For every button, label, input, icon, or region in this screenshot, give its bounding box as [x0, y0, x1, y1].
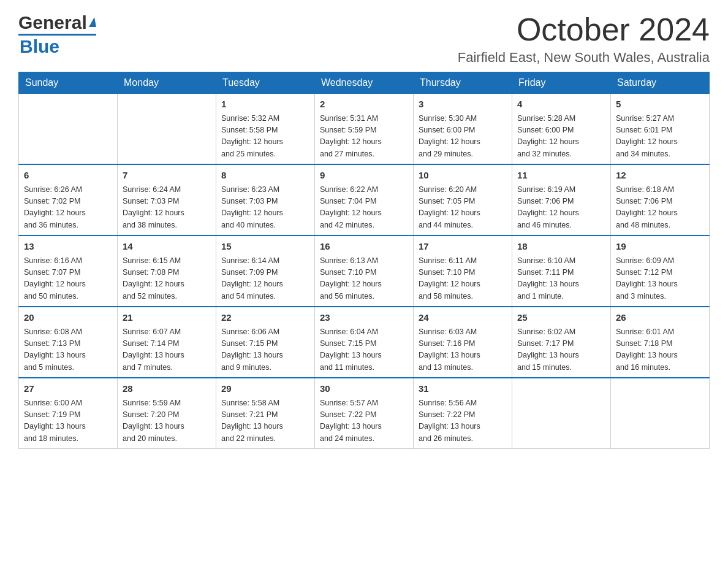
day-info: Sunrise: 6:04 AM Sunset: 7:15 PM Dayligh… [320, 326, 408, 374]
day-number: 27 [24, 382, 112, 396]
calendar-cell: 18Sunrise: 6:10 AM Sunset: 7:11 PM Dayli… [512, 236, 611, 307]
day-number: 30 [320, 382, 408, 396]
calendar-cell: 4Sunrise: 5:28 AM Sunset: 6:00 PM Daylig… [512, 94, 611, 165]
day-number: 3 [419, 98, 507, 112]
col-header-wednesday: Wednesday [315, 72, 414, 94]
day-number: 13 [24, 240, 112, 254]
week-row-4: 20Sunrise: 6:08 AM Sunset: 7:13 PM Dayli… [19, 307, 710, 378]
day-info: Sunrise: 6:11 AM Sunset: 7:10 PM Dayligh… [419, 255, 507, 303]
calendar-cell: 16Sunrise: 6:13 AM Sunset: 7:10 PM Dayli… [315, 236, 414, 307]
day-info: Sunrise: 6:24 AM Sunset: 7:03 PM Dayligh… [123, 184, 211, 232]
calendar-cell: 2Sunrise: 5:31 AM Sunset: 5:59 PM Daylig… [315, 94, 414, 165]
day-info: Sunrise: 6:00 AM Sunset: 7:19 PM Dayligh… [24, 397, 112, 445]
calendar-cell: 21Sunrise: 6:07 AM Sunset: 7:14 PM Dayli… [118, 307, 216, 378]
day-info: Sunrise: 5:58 AM Sunset: 7:21 PM Dayligh… [221, 397, 309, 445]
calendar-header-row: SundayMondayTuesdayWednesdayThursdayFrid… [19, 72, 710, 94]
day-number: 1 [221, 98, 309, 112]
day-number: 26 [616, 311, 704, 325]
calendar-cell: 8Sunrise: 6:23 AM Sunset: 7:03 PM Daylig… [216, 164, 315, 236]
calendar-cell: 30Sunrise: 5:57 AM Sunset: 7:22 PM Dayli… [315, 378, 414, 449]
day-number: 9 [320, 169, 408, 183]
day-number: 4 [517, 98, 605, 112]
col-header-monday: Monday [118, 72, 216, 94]
location-title: Fairfield East, New South Wales, Austral… [458, 50, 710, 66]
day-info: Sunrise: 5:27 AM Sunset: 6:01 PM Dayligh… [616, 113, 704, 161]
calendar-cell: 19Sunrise: 6:09 AM Sunset: 7:12 PM Dayli… [611, 236, 710, 307]
day-info: Sunrise: 5:30 AM Sunset: 6:00 PM Dayligh… [419, 113, 507, 161]
day-info: Sunrise: 6:19 AM Sunset: 7:06 PM Dayligh… [517, 184, 605, 232]
calendar-cell: 3Sunrise: 5:30 AM Sunset: 6:00 PM Daylig… [414, 94, 512, 165]
day-number: 5 [616, 98, 704, 112]
day-number: 20 [24, 311, 112, 325]
day-info: Sunrise: 6:14 AM Sunset: 7:09 PM Dayligh… [221, 255, 309, 303]
calendar-cell: 28Sunrise: 5:59 AM Sunset: 7:20 PM Dayli… [118, 378, 216, 449]
calendar-cell: 15Sunrise: 6:14 AM Sunset: 7:09 PM Dayli… [216, 236, 315, 307]
day-number: 22 [221, 311, 309, 325]
calendar-cell: 10Sunrise: 6:20 AM Sunset: 7:05 PM Dayli… [414, 164, 512, 236]
day-info: Sunrise: 5:32 AM Sunset: 5:58 PM Dayligh… [221, 113, 309, 161]
day-info: Sunrise: 6:09 AM Sunset: 7:12 PM Dayligh… [616, 255, 704, 303]
logo-blue: Blue [20, 36, 59, 57]
calendar-cell: 25Sunrise: 6:02 AM Sunset: 7:17 PM Dayli… [512, 307, 611, 378]
day-info: Sunrise: 6:03 AM Sunset: 7:16 PM Dayligh… [419, 326, 507, 374]
title-area: October 2024 Fairfield East, New South W… [458, 12, 710, 66]
calendar-cell: 17Sunrise: 6:11 AM Sunset: 7:10 PM Dayli… [414, 236, 512, 307]
day-info: Sunrise: 5:56 AM Sunset: 7:22 PM Dayligh… [419, 397, 507, 445]
day-number: 17 [419, 240, 507, 254]
day-number: 28 [123, 382, 211, 396]
calendar-cell: 1Sunrise: 5:32 AM Sunset: 5:58 PM Daylig… [216, 94, 315, 165]
day-info: Sunrise: 5:28 AM Sunset: 6:00 PM Dayligh… [517, 113, 605, 161]
day-number: 18 [517, 240, 605, 254]
day-info: Sunrise: 6:08 AM Sunset: 7:13 PM Dayligh… [24, 326, 112, 374]
day-number: 2 [320, 98, 408, 112]
day-number: 29 [221, 382, 309, 396]
day-info: Sunrise: 5:59 AM Sunset: 7:20 PM Dayligh… [123, 397, 211, 445]
day-info: Sunrise: 6:13 AM Sunset: 7:10 PM Dayligh… [320, 255, 408, 303]
page-header: General Blue October 2024 Fairfield East… [18, 12, 710, 66]
day-info: Sunrise: 6:15 AM Sunset: 7:08 PM Dayligh… [123, 255, 211, 303]
day-info: Sunrise: 6:26 AM Sunset: 7:02 PM Dayligh… [24, 184, 112, 232]
calendar-table: SundayMondayTuesdayWednesdayThursdayFrid… [18, 72, 710, 449]
day-info: Sunrise: 6:20 AM Sunset: 7:05 PM Dayligh… [419, 184, 507, 232]
calendar-cell: 5Sunrise: 5:27 AM Sunset: 6:01 PM Daylig… [611, 94, 710, 165]
calendar-cell: 27Sunrise: 6:00 AM Sunset: 7:19 PM Dayli… [19, 378, 118, 449]
calendar-cell: 31Sunrise: 5:56 AM Sunset: 7:22 PM Dayli… [414, 378, 512, 449]
logo-triangle-icon [89, 17, 96, 27]
day-info: Sunrise: 6:01 AM Sunset: 7:18 PM Dayligh… [616, 326, 704, 374]
calendar-cell [118, 94, 216, 165]
calendar-cell: 6Sunrise: 6:26 AM Sunset: 7:02 PM Daylig… [19, 164, 118, 236]
day-number: 6 [24, 169, 112, 183]
calendar-cell [611, 378, 710, 449]
day-info: Sunrise: 6:02 AM Sunset: 7:17 PM Dayligh… [517, 326, 605, 374]
day-number: 21 [123, 311, 211, 325]
calendar-cell: 23Sunrise: 6:04 AM Sunset: 7:15 PM Dayli… [315, 307, 414, 378]
day-number: 14 [123, 240, 211, 254]
day-info: Sunrise: 6:16 AM Sunset: 7:07 PM Dayligh… [24, 255, 112, 303]
day-number: 10 [419, 169, 507, 183]
calendar-cell [19, 94, 118, 165]
day-number: 24 [419, 311, 507, 325]
day-number: 25 [517, 311, 605, 325]
day-info: Sunrise: 5:57 AM Sunset: 7:22 PM Dayligh… [320, 397, 408, 445]
col-header-saturday: Saturday [611, 72, 710, 94]
day-number: 15 [221, 240, 309, 254]
day-info: Sunrise: 6:23 AM Sunset: 7:03 PM Dayligh… [221, 184, 309, 232]
day-info: Sunrise: 6:07 AM Sunset: 7:14 PM Dayligh… [123, 326, 211, 374]
day-info: Sunrise: 5:31 AM Sunset: 5:59 PM Dayligh… [320, 113, 408, 161]
day-number: 11 [517, 169, 605, 183]
day-number: 19 [616, 240, 704, 254]
month-title: October 2024 [458, 12, 710, 47]
calendar-cell: 24Sunrise: 6:03 AM Sunset: 7:16 PM Dayli… [414, 307, 512, 378]
calendar-cell: 11Sunrise: 6:19 AM Sunset: 7:06 PM Dayli… [512, 164, 611, 236]
day-info: Sunrise: 6:10 AM Sunset: 7:11 PM Dayligh… [517, 255, 605, 303]
week-row-3: 13Sunrise: 6:16 AM Sunset: 7:07 PM Dayli… [19, 236, 710, 307]
logo-divider [18, 34, 96, 36]
week-row-1: 1Sunrise: 5:32 AM Sunset: 5:58 PM Daylig… [19, 94, 710, 165]
calendar-cell: 29Sunrise: 5:58 AM Sunset: 7:21 PM Dayli… [216, 378, 315, 449]
calendar-cell: 7Sunrise: 6:24 AM Sunset: 7:03 PM Daylig… [118, 164, 216, 236]
day-number: 12 [616, 169, 704, 183]
logo: General Blue [18, 12, 96, 57]
calendar-cell: 12Sunrise: 6:18 AM Sunset: 7:06 PM Dayli… [611, 164, 710, 236]
calendar-cell: 9Sunrise: 6:22 AM Sunset: 7:04 PM Daylig… [315, 164, 414, 236]
col-header-tuesday: Tuesday [216, 72, 315, 94]
